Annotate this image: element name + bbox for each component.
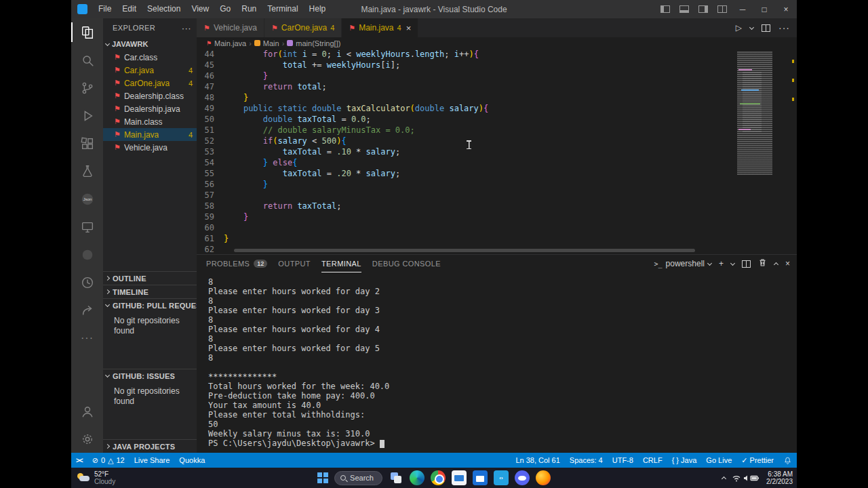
vscode-logo-icon[interactable] xyxy=(77,4,87,14)
panel-tab-problems[interactable]: PROBLEMS12 xyxy=(206,255,267,272)
run-java-icon[interactable]: ▷ xyxy=(736,23,742,33)
status-go-live[interactable]: Go Live xyxy=(701,453,736,468)
start-button[interactable] xyxy=(317,472,328,483)
shell-selector[interactable]: >_ powershell xyxy=(654,259,711,268)
json-extension-icon[interactable]: Json xyxy=(71,185,103,213)
status--prettier[interactable]: ✓ Prettier xyxy=(736,453,778,468)
toggle-panel-icon[interactable] xyxy=(679,5,689,13)
menu-edit[interactable]: Edit xyxy=(117,0,142,18)
breadcrumb-item[interactable]: Main.java xyxy=(214,39,246,47)
file-row[interactable]: ⚑Dealership.class xyxy=(103,89,197,102)
weather-widget[interactable]: 52°F Cloudy xyxy=(71,470,115,485)
editor-more-actions-icon[interactable]: ··· xyxy=(778,22,790,33)
tray-clock[interactable]: 6:38 AM 2/2/2023 xyxy=(766,470,793,485)
code-editor[interactable]: 44 for(int i = 0; i < weeklyHours.length… xyxy=(197,49,797,254)
live-share-icon[interactable] xyxy=(71,296,103,324)
tab-close-icon[interactable]: × xyxy=(406,23,412,33)
section-header[interactable]: JAVA PROJECTS xyxy=(103,440,197,453)
source-control-icon[interactable] xyxy=(71,74,103,102)
terminal-view[interactable]: 8Please enter hours worked for day 28Ple… xyxy=(197,272,797,453)
code-line: 44 for(int i = 0; i < weeklyHours.length… xyxy=(197,49,797,60)
breadcrumb-item[interactable]: main(String[]) xyxy=(296,39,340,47)
account-icon[interactable] xyxy=(71,397,103,425)
maximize-panel-icon[interactable] xyxy=(774,262,778,267)
workspace-root-row[interactable]: JAVAWRK xyxy=(103,37,197,51)
chrome-app-icon[interactable] xyxy=(431,470,446,485)
panel-tab-terminal[interactable]: TERMINAL xyxy=(321,255,361,272)
mail-app-icon[interactable] xyxy=(452,470,467,485)
menu-run[interactable]: Run xyxy=(236,0,262,18)
file-row[interactable]: ⚑Main.class xyxy=(103,115,197,128)
new-terminal-icon[interactable]: + xyxy=(719,259,724,268)
panel-tab-output[interactable]: OUTPUT xyxy=(278,255,311,272)
split-terminal-icon[interactable] xyxy=(742,260,751,268)
firefox-app-icon[interactable] xyxy=(536,470,551,485)
notifications-bell-icon[interactable] xyxy=(778,453,797,468)
file-row[interactable]: ⚑Vehicle.java xyxy=(103,141,197,154)
remote-explorer-icon[interactable] xyxy=(71,213,103,241)
breadcrumb-item[interactable]: Main xyxy=(263,39,279,47)
tab-main-java[interactable]: ⚑Main.java4× xyxy=(342,18,418,37)
split-editor-icon[interactable] xyxy=(762,24,770,32)
minimap[interactable] xyxy=(733,49,795,178)
discord-app-icon[interactable] xyxy=(515,470,530,485)
tab-vehicle-java[interactable]: ⚑Vehicle.java xyxy=(197,18,264,37)
minimize-button[interactable]: ─ xyxy=(732,0,753,18)
section-header[interactable]: GITHUB: PULL REQUESTS xyxy=(103,299,197,312)
menu-terminal[interactable]: Terminal xyxy=(262,0,303,18)
terminal-line: Please enter hours worked for day 3 xyxy=(208,306,797,315)
horizontal-scrollbar[interactable] xyxy=(234,249,695,252)
store-app-icon[interactable] xyxy=(473,470,488,485)
testing-beaker-icon[interactable] xyxy=(71,157,103,185)
maximize-button[interactable]: □ xyxy=(753,0,775,18)
task-view-app-icon[interactable] xyxy=(389,470,403,485)
section-header[interactable]: OUTLINE xyxy=(103,272,197,285)
menu-selection[interactable]: Selection xyxy=(142,0,186,18)
extensions-icon[interactable] xyxy=(71,129,103,157)
explorer-more-actions-icon[interactable]: ··· xyxy=(182,23,191,33)
problems-status[interactable]: ⊘ 0 △ 12 xyxy=(87,453,130,468)
menu-view[interactable]: View xyxy=(186,0,214,18)
quokka-status[interactable]: Quokka xyxy=(174,453,210,468)
edge-app-icon[interactable] xyxy=(410,470,425,485)
run-debug-icon[interactable] xyxy=(71,102,103,129)
file-row[interactable]: ⚑Dealership.java xyxy=(103,102,197,115)
section-header[interactable]: TIMELINE xyxy=(103,285,197,298)
close-button[interactable]: × xyxy=(775,0,797,18)
toggle-sidebar-icon[interactable] xyxy=(660,5,670,13)
run-dropdown-icon[interactable] xyxy=(749,24,754,29)
status-utf-8[interactable]: UTF-8 xyxy=(608,453,638,468)
live-share-status[interactable]: Live Share xyxy=(130,453,175,468)
file-row[interactable]: ⚑Car.class xyxy=(103,51,197,64)
status--java[interactable]: { } Java xyxy=(667,453,702,468)
settings-gear-icon[interactable] xyxy=(71,425,103,453)
tray-status-icons[interactable] xyxy=(732,474,760,483)
more-actions-icon[interactable]: ··· xyxy=(71,324,103,352)
search-icon[interactable] xyxy=(71,46,103,74)
tab-carone-java[interactable]: ⚑CarOne.java4 xyxy=(264,18,342,37)
extension-circle-icon[interactable] xyxy=(71,241,103,268)
status-spaces-4[interactable]: Spaces: 4 xyxy=(565,453,608,468)
close-panel-icon[interactable]: × xyxy=(785,259,790,268)
vscode-app-icon[interactable]: ‹› xyxy=(494,470,509,485)
remote-indicator[interactable]: >< xyxy=(71,453,87,468)
menu-file[interactable]: File xyxy=(93,0,117,18)
error-count: 0 xyxy=(101,456,105,464)
toggle-secondary-sidebar-icon[interactable] xyxy=(698,5,708,13)
customize-layout-icon[interactable] xyxy=(717,5,727,13)
status-crlf[interactable]: CRLF xyxy=(638,453,667,468)
new-terminal-dropdown-icon[interactable] xyxy=(730,260,735,265)
clock-extension-icon[interactable] xyxy=(71,268,103,296)
taskbar-search[interactable]: Search xyxy=(334,471,382,485)
explorer-icon[interactable] xyxy=(71,18,103,46)
menu-help[interactable]: Help xyxy=(304,0,332,18)
status-ln-38-col-61[interactable]: Ln 38, Col 61 xyxy=(511,453,564,468)
section-header[interactable]: GITHUB: ISSUES xyxy=(103,369,197,382)
file-row[interactable]: ⚑Car.java4 xyxy=(103,64,197,77)
hidden-icons-chevron[interactable] xyxy=(722,476,726,481)
file-row[interactable]: ⚑CarOne.java4 xyxy=(103,77,197,89)
file-row[interactable]: ⚑Main.java4 xyxy=(103,128,197,141)
panel-tab-debug-console[interactable]: DEBUG CONSOLE xyxy=(372,255,441,272)
kill-terminal-icon[interactable] xyxy=(758,258,767,269)
menu-go[interactable]: Go xyxy=(214,0,236,18)
